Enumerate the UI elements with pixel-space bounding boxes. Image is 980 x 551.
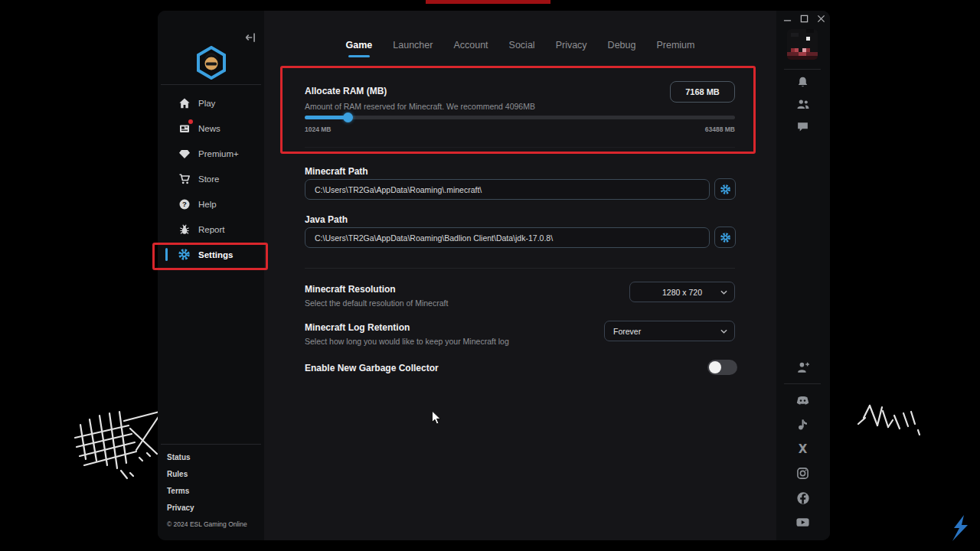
close-icon[interactable] bbox=[815, 13, 827, 24]
sidebar-item-store[interactable]: Store bbox=[158, 166, 264, 191]
avatar[interactable] bbox=[787, 29, 818, 60]
annotation-top-bar bbox=[426, 0, 550, 4]
help-icon: ? bbox=[178, 197, 191, 210]
minecraft-path-input[interactable] bbox=[305, 179, 710, 200]
scribble-left bbox=[65, 394, 172, 486]
resolution-value: 980 x 551 bbox=[662, 288, 702, 297]
chevron-down-icon bbox=[720, 290, 727, 295]
active-indicator bbox=[165, 248, 168, 261]
divider bbox=[305, 147, 735, 148]
ram-slider-thumb[interactable] bbox=[343, 112, 353, 122]
resolution-dropdown[interactable]: 980 x 551 bbox=[629, 282, 735, 302]
home-icon bbox=[178, 96, 191, 109]
badlion-client-window: Play News bbox=[158, 11, 830, 540]
divider bbox=[161, 84, 261, 85]
footer-link-status[interactable]: Status bbox=[167, 453, 259, 461]
log-retention-dropdown[interactable]: Forever bbox=[604, 321, 735, 341]
window-controls bbox=[782, 13, 827, 24]
x-icon[interactable]: X bbox=[795, 442, 810, 456]
right-rail: X bbox=[776, 11, 830, 540]
sidebar-item-label: Help bbox=[198, 200, 217, 209]
sidebar: Play News bbox=[158, 11, 264, 540]
settings-tabs: Game Launcher Account Social Privacy Deb… bbox=[264, 40, 776, 51]
news-icon bbox=[178, 122, 191, 135]
java-path-input[interactable] bbox=[305, 227, 710, 248]
divider bbox=[161, 444, 261, 445]
log-retention-description: Select how long you would like to keep y… bbox=[305, 337, 509, 346]
divider bbox=[784, 383, 821, 384]
tab-premium[interactable]: Premium bbox=[656, 40, 694, 51]
ram-max-label: 63488 MB bbox=[705, 126, 735, 133]
cart-icon bbox=[178, 172, 191, 185]
gem-icon bbox=[178, 147, 191, 160]
sidebar-item-label: Report bbox=[198, 225, 225, 234]
tiktok-icon[interactable] bbox=[795, 417, 810, 432]
minimize-icon[interactable] bbox=[782, 13, 793, 24]
divider bbox=[784, 69, 821, 70]
toggle-knob bbox=[709, 361, 721, 373]
ram-value-box[interactable]: 7168 MB bbox=[670, 81, 735, 103]
garbage-collector-toggle[interactable] bbox=[707, 360, 737, 375]
ram-slider-fill bbox=[305, 116, 348, 119]
garbage-collector-label: Enable New Garbage Collector bbox=[305, 363, 439, 373]
footer-link-rules[interactable]: Rules bbox=[167, 470, 259, 478]
news-badge bbox=[188, 119, 193, 124]
instagram-icon[interactable] bbox=[795, 466, 810, 481]
facebook-icon[interactable] bbox=[795, 491, 810, 505]
tab-game[interactable]: Game bbox=[346, 40, 373, 51]
bug-icon bbox=[178, 223, 191, 236]
discord-icon[interactable] bbox=[795, 393, 810, 407]
ram-min-label: 1024 MB bbox=[305, 126, 332, 133]
footer-link-terms[interactable]: Terms bbox=[167, 487, 259, 495]
tab-launcher[interactable]: Launcher bbox=[393, 40, 433, 51]
java-path-label: Java Path bbox=[305, 214, 348, 225]
youtube-icon[interactable] bbox=[795, 515, 810, 530]
sidebar-item-label: Play bbox=[198, 99, 215, 108]
sidebar-item-label: Premium+ bbox=[198, 149, 239, 158]
tab-social[interactable]: Social bbox=[509, 40, 535, 51]
java-path-gear-button[interactable] bbox=[714, 227, 736, 248]
tab-debug[interactable]: Debug bbox=[608, 40, 636, 51]
chevron-down-icon bbox=[720, 329, 727, 334]
minecraft-path-gear-button[interactable] bbox=[714, 178, 736, 200]
allocate-ram-description: Amount of RAM reserved for Minecraft. We… bbox=[305, 102, 535, 111]
scribble-right bbox=[854, 398, 930, 452]
sidebar-item-settings[interactable]: Settings bbox=[158, 242, 264, 267]
ram-slider[interactable] bbox=[305, 116, 735, 119]
bell-icon[interactable] bbox=[795, 75, 810, 90]
resolution-description: Select the default resolution of Minecra… bbox=[305, 298, 448, 308]
divider bbox=[305, 268, 735, 269]
sidebar-item-label: News bbox=[198, 124, 220, 133]
minecraft-path-label: Minecraft Path bbox=[305, 166, 368, 177]
sidebar-item-help[interactable]: ? Help bbox=[158, 191, 264, 217]
maximize-icon[interactable] bbox=[799, 13, 810, 24]
sidebar-item-report[interactable]: Report bbox=[158, 217, 264, 242]
desktop: Play News bbox=[0, 0, 980, 551]
resolution-label: Minecraft Resolution bbox=[305, 284, 396, 295]
badlion-logo bbox=[196, 46, 227, 80]
collapse-sidebar-icon[interactable] bbox=[243, 31, 257, 44]
tab-privacy[interactable]: Privacy bbox=[556, 40, 587, 51]
log-retention-label: Minecraft Log Retention bbox=[305, 322, 410, 333]
sidebar-item-news[interactable]: News bbox=[158, 116, 264, 141]
chat-icon[interactable] bbox=[795, 119, 810, 134]
sidebar-item-premium-plus[interactable]: Premium+ bbox=[158, 141, 264, 166]
lightning-logo bbox=[948, 513, 974, 543]
sidebar-item-label: Settings bbox=[198, 250, 233, 259]
copyright-text: © 2024 ESL Gaming Online bbox=[167, 520, 259, 528]
gear-icon bbox=[178, 248, 191, 261]
allocate-ram-label: Allocate RAM (MB) bbox=[305, 86, 387, 96]
tab-account[interactable]: Account bbox=[453, 40, 488, 51]
log-retention-value: Forever bbox=[613, 327, 641, 336]
svg-text:?: ? bbox=[182, 200, 187, 208]
settings-content: Game Launcher Account Social Privacy Deb… bbox=[264, 11, 776, 540]
footer-link-privacy[interactable]: Privacy bbox=[167, 504, 259, 512]
friends-icon[interactable] bbox=[795, 96, 810, 111]
sidebar-footer: Status Rules Terms Privacy © 2024 ESL Ga… bbox=[167, 453, 259, 528]
sidebar-item-play[interactable]: Play bbox=[158, 90, 264, 116]
sidebar-nav: Play News bbox=[158, 90, 264, 267]
add-friend-icon[interactable] bbox=[795, 360, 810, 374]
sidebar-item-label: Store bbox=[198, 174, 220, 184]
